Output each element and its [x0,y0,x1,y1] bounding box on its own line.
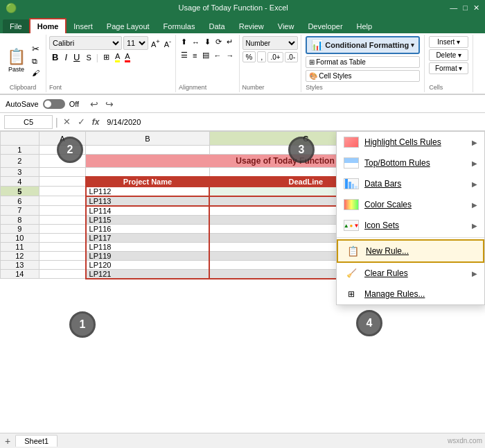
align-top-button[interactable]: ⬆ [179,36,189,48]
percent-button[interactable]: % [242,51,256,62]
autosave-state: Off [69,100,79,108]
menu-item-managerules[interactable]: ⊞ Manage Rules... [337,284,484,304]
underline-button[interactable]: U [71,51,82,63]
decrease-indent-button[interactable]: ← [212,49,224,61]
bold-button[interactable]: B [49,51,61,63]
insert-button[interactable]: Insert ▾ [429,36,468,48]
tab-page-layout[interactable]: Page Layout [100,19,157,33]
cell-b9[interactable]: LP116 [86,224,210,233]
fill-color-button[interactable]: A [113,51,122,63]
cell-styles-button[interactable]: 🎨 Cell Styles [306,70,420,82]
format-painter-button[interactable]: 🖌 [30,68,42,78]
function-button[interactable]: fx [90,117,102,127]
annotation-4: 4 [356,310,382,336]
delete-button[interactable]: Delete ▾ [429,49,468,61]
cell-a3[interactable] [39,168,86,177]
name-box[interactable] [4,115,53,129]
menu-item-clearrules[interactable]: 🧹 Clear Rules ▶ [337,263,484,284]
cell-b8[interactable]: LP115 [86,215,210,224]
tab-formulas[interactable]: Formulas [157,19,202,33]
align-left-button[interactable]: ☰ [179,49,190,61]
align-bottom-button[interactable]: ⬇ [202,36,213,48]
menu-item-highlight[interactable]: Highlight Cells Rules ▶ [337,132,484,153]
window-controls[interactable]: — □ ✕ [450,3,479,12]
cell-b14[interactable]: LP121 [86,269,210,279]
decrease-decimal-button[interactable]: .0- [285,52,299,62]
header-project[interactable]: Project Name [86,177,210,187]
tab-developer[interactable]: Developer [301,19,349,33]
align-center-button[interactable]: ≡ [191,49,199,61]
cell-a10[interactable] [39,233,86,242]
increase-decimal-button[interactable]: .0+ [267,52,283,62]
cell-b13[interactable]: LP120 [86,260,210,269]
paste-button[interactable]: 📋 Paste [4,46,28,74]
cell-a6[interactable] [39,196,86,206]
italic-button[interactable]: I [62,51,70,63]
orientation-button[interactable]: ⟳ [213,36,224,48]
cancel-formula-button[interactable]: ✕ [61,117,73,127]
cell-b7[interactable]: LP114 [86,206,210,216]
paste-icon: 📋 [7,48,26,66]
tab-view[interactable]: View [271,19,301,33]
tab-file[interactable]: File [3,19,29,33]
tab-data[interactable]: Data [202,19,231,33]
copy-button[interactable]: ⧉ [30,56,42,67]
cell-a5[interactable] [39,187,86,196]
cell-a8[interactable] [39,215,86,224]
redo-button[interactable]: ↪ [103,98,116,110]
add-sheet-button[interactable]: + [3,436,12,447]
conditional-formatting-button[interactable]: 📊 Conditional Formatting ▾ [306,36,420,54]
cell-a4[interactable] [39,177,86,187]
cell-b11[interactable]: LP118 [86,242,210,251]
menu-item-colorscales[interactable]: Color Scales ▶ [337,194,484,215]
tab-review[interactable]: Review [232,19,271,33]
col-b-header[interactable]: B [86,132,210,146]
close-btn[interactable]: ✕ [473,3,479,12]
maximize-btn[interactable]: □ [463,3,468,12]
sheet-tab-sheet1[interactable]: Sheet1 [15,435,58,447]
format-button[interactable]: Format ▾ [429,62,468,74]
autosave-toggle[interactable] [43,99,65,109]
decrease-font-button[interactable]: A- [163,37,173,49]
confirm-formula-button[interactable]: ✓ [76,117,87,127]
cell-b12[interactable]: LP119 [86,251,210,260]
row-num: 11 [1,242,39,251]
increase-font-button[interactable]: A+ [150,37,161,49]
cell-a14[interactable] [39,269,86,279]
minimize-btn[interactable]: — [450,3,457,12]
cell-b3[interactable] [86,168,210,177]
tab-help[interactable]: Help [350,19,380,33]
menu-item-topbottom[interactable]: Top/Bottom Rules ▶ [337,153,484,173]
cell-b5[interactable]: LP112 [86,187,210,196]
borders-button[interactable]: ⊞ [100,52,112,62]
cell-a13[interactable] [39,260,86,269]
cell-b1[interactable] [86,146,210,155]
format-as-table-button[interactable]: ⊞ Format as Table [306,56,420,68]
cell-b10[interactable]: LP117 [86,233,210,242]
colorscales-icon [344,199,359,210]
menu-item-iconsets[interactable]: ▲●▼ Icon Sets ▶ [337,215,484,236]
font-name-select[interactable]: Calibri [49,36,122,50]
font-size-select[interactable]: 11 [123,36,148,50]
font-color-button[interactable]: A [123,51,132,63]
strikethrough-button[interactable]: S [83,53,94,62]
cell-a9[interactable] [39,224,86,233]
cell-b6[interactable]: LP113 [86,196,210,206]
align-middle-button[interactable]: ↔ [190,36,202,48]
wrap-button[interactable]: ↵ [224,36,235,48]
formula-input[interactable] [104,118,481,126]
comma-button[interactable]: , [257,51,266,62]
undo-button[interactable]: ↩ [87,98,101,110]
increase-indent-button[interactable]: → [224,49,236,61]
cell-a12[interactable] [39,251,86,260]
cut-button[interactable]: ✂ [30,43,42,55]
number-format-select[interactable]: Number [242,36,298,50]
colorscales-arrow: ▶ [472,201,477,209]
align-right-button[interactable]: ▤ [200,49,211,61]
menu-item-newrule[interactable]: 📋 New Rule... [337,239,484,263]
tab-insert[interactable]: Insert [67,19,100,33]
tab-home[interactable]: Home [29,18,67,33]
menu-item-databars[interactable]: Data Bars ▶ [337,173,484,194]
cell-a11[interactable] [39,242,86,251]
cell-a7[interactable] [39,206,86,216]
